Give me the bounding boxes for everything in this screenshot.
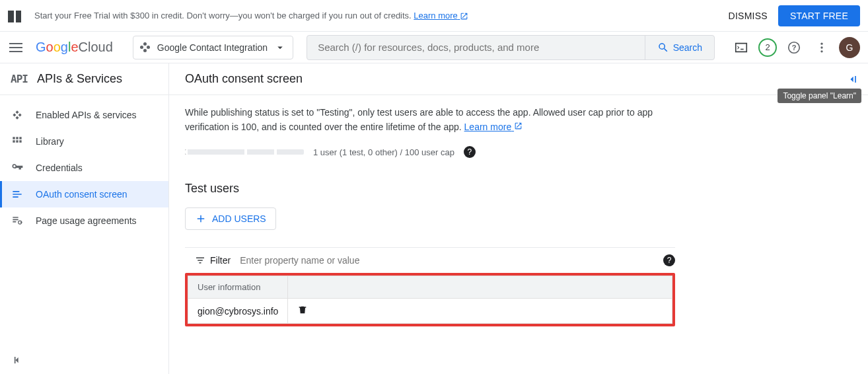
chevron-down-icon: [274, 42, 286, 54]
filter-input[interactable]: [240, 255, 663, 266]
chevron-left-icon: [11, 354, 24, 367]
dismiss-button[interactable]: DISMISS: [729, 11, 768, 21]
description: While publishing status is set to "Testi…: [185, 106, 675, 134]
sidebar-item-credentials[interactable]: Credentials: [0, 155, 168, 181]
user-cap-progress: [185, 149, 304, 155]
sidebar: API APIs & Services Enabled APIs & servi…: [0, 63, 169, 374]
collapse-sidebar[interactable]: [0, 348, 168, 374]
banner-learn-more-link[interactable]: Learn more: [414, 11, 468, 20]
add-users-label: ADD USERS: [212, 213, 266, 224]
user-email: gion@cybrosys.info: [188, 299, 288, 324]
col-actions: [288, 276, 672, 299]
sidebar-item-oauth[interactable]: OAuth consent screen: [0, 181, 168, 207]
svg-point-2: [820, 42, 822, 44]
menu-icon[interactable]: [8, 40, 24, 56]
section-title: Test users: [185, 182, 675, 196]
more-icon[interactable]: [811, 37, 832, 58]
key-icon: [11, 161, 24, 174]
test-users-table-highlight: User information gion@cybrosys.info: [185, 273, 675, 326]
col-user-info[interactable]: User information: [188, 276, 288, 299]
row-actions: [288, 299, 672, 324]
gift-icon: [8, 9, 21, 22]
external-link-icon: [460, 12, 468, 20]
sidebar-item-agreements[interactable]: Page usage agreements: [0, 207, 168, 234]
diamond-icon: [11, 108, 24, 122]
project-icon: [140, 42, 151, 53]
chevron-left-bar-icon: [846, 73, 859, 86]
table-row: gion@cybrosys.info: [188, 299, 672, 324]
add-users-button[interactable]: ADD USERS: [185, 207, 276, 230]
avatar[interactable]: G: [839, 37, 860, 58]
api-icon: API: [11, 73, 28, 85]
page-title: OAuth consent screen: [185, 72, 303, 86]
toggle-learn-panel[interactable]: [842, 69, 863, 90]
filter-icon: [194, 254, 206, 266]
description-text: While publishing status is set to "Testi…: [185, 107, 653, 132]
content: While publishing status is set to "Testi…: [169, 95, 691, 337]
search-input[interactable]: [307, 42, 645, 53]
learn-more-link[interactable]: Learn more: [464, 122, 523, 132]
external-link-icon: [514, 122, 523, 130]
sidebar-item-label: Enabled APIs & services: [36, 110, 137, 120]
promo-banner: Start your Free Trial with $300 in credi…: [0, 0, 868, 32]
logo-suffix: Cloud: [79, 40, 113, 55]
search-bar[interactable]: Search: [307, 35, 715, 60]
help-icon[interactable]: ?: [663, 254, 675, 266]
user-cap-text: 1 user (1 test, 0 other) / 100 user cap: [313, 147, 454, 157]
agree-icon: [11, 214, 24, 227]
trash-icon: [297, 305, 308, 315]
project-name: Google Contact Integration: [157, 42, 268, 53]
help-icon[interactable]: ?: [783, 37, 805, 58]
search-icon: [657, 42, 669, 54]
svg-text:?: ?: [792, 43, 797, 51]
start-free-button[interactable]: START FREE: [778, 5, 860, 26]
logo[interactable]: Google Cloud: [36, 40, 113, 55]
header-actions: 2 ? G: [731, 37, 860, 58]
filter-label: Filter: [210, 255, 231, 266]
main: OAuth consent screen Toggle panel "Learn…: [169, 63, 868, 374]
shell: API APIs & Services Enabled APIs & servi…: [0, 63, 868, 374]
sidebar-title: APIs & Services: [37, 72, 122, 86]
help-icon[interactable]: ?: [464, 146, 476, 158]
user-cap-row: 1 user (1 test, 0 other) / 100 user cap …: [185, 146, 675, 158]
delete-user-button[interactable]: [297, 305, 308, 315]
notifications-badge[interactable]: 2: [758, 38, 777, 57]
search-label: Search: [673, 42, 702, 53]
sidebar-item-label: Credentials: [36, 163, 83, 173]
learn-more-label: Learn more: [414, 11, 457, 20]
svg-point-4: [820, 50, 822, 52]
sidebar-item-library[interactable]: Library: [0, 128, 168, 155]
cloud-shell-icon[interactable]: [731, 37, 752, 58]
svg-point-3: [820, 46, 822, 48]
search-button[interactable]: Search: [645, 36, 714, 59]
consent-icon: [11, 188, 24, 201]
sidebar-item-label: OAuth consent screen: [36, 189, 127, 200]
sidebar-item-enabled-apis[interactable]: Enabled APIs & services: [0, 102, 168, 128]
banner-copy: Start your Free Trial with $300 in credi…: [34, 11, 414, 20]
sidebar-header[interactable]: API APIs & Services: [0, 63, 168, 95]
banner-text: Start your Free Trial with $300 in credi…: [34, 11, 729, 20]
main-header: OAuth consent screen: [169, 63, 868, 95]
test-users-table: User information gion@cybrosys.info: [188, 276, 672, 324]
sidebar-item-label: Page usage agreements: [36, 215, 137, 226]
filter-row: Filter ?: [185, 247, 675, 273]
app-header: Google Cloud Google Contact Integration …: [0, 32, 868, 63]
sidebar-item-label: Library: [36, 136, 64, 147]
learn-more-label: Learn more: [464, 122, 512, 132]
project-selector[interactable]: Google Contact Integration: [133, 36, 293, 59]
learn-tooltip: Toggle panel "Learn": [778, 89, 861, 103]
sidebar-items: Enabled APIs & services Library Credenti…: [0, 95, 168, 348]
grid-icon: [11, 135, 24, 148]
plus-icon: [195, 213, 207, 225]
